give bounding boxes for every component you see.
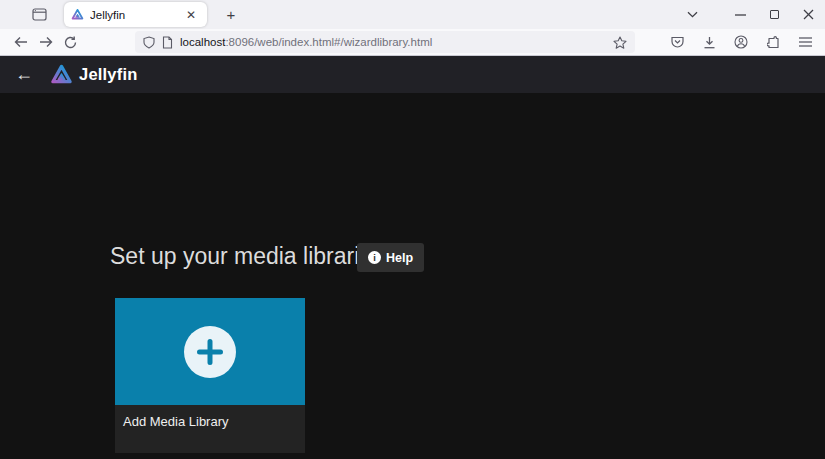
url-domain: localhost [180,36,225,48]
browser-tab[interactable]: Jellyfin ✕ [64,2,207,27]
navbar-right-icons [665,31,817,53]
tab-favicon-jellyfin-icon [71,8,84,21]
window-minimize-button[interactable] [723,0,757,29]
maximize-icon [770,10,779,19]
tab-list-chevron-down-icon[interactable] [679,4,705,26]
plus-icon [195,337,225,367]
url-path: :8096/web/index.html#/wizardlibrary.html [225,36,432,48]
window-close-button[interactable] [791,0,825,29]
url-bar[interactable]: localhost:8096/web/index.html#/wizardlib… [135,31,635,53]
page-title: Set up your media libraries [110,243,384,270]
extensions-icon[interactable] [761,31,785,53]
add-media-library-card[interactable]: Add Media Library [115,298,305,453]
tracking-shield-icon[interactable] [143,36,155,49]
app-back-arrow-icon[interactable]: ← [11,62,37,88]
app-title: Jellyfin [79,65,137,84]
browser-window: Jellyfin ✕ + [0,0,825,459]
browser-nav-bar: localhost:8096/web/index.html#/wizardlib… [0,29,825,56]
url-text[interactable]: localhost:8096/web/index.html#/wizardlib… [180,36,606,48]
account-icon[interactable] [729,31,753,53]
bookmark-star-icon[interactable] [613,36,627,49]
back-button[interactable] [8,31,33,53]
pocket-icon[interactable] [665,31,689,53]
info-icon: i [368,251,381,264]
window-maximize-button[interactable] [757,0,791,29]
card-image-area [115,298,305,405]
jellyfin-app-header: ← Jellyfin [0,56,825,93]
menu-icon[interactable] [793,31,817,53]
help-button[interactable]: i Help [357,243,424,272]
jellyfin-logo-icon [50,63,73,86]
new-tab-button[interactable]: + [219,3,243,27]
help-button-label: Help [386,251,413,265]
browser-tab-bar: Jellyfin ✕ + [0,0,825,29]
reload-button[interactable] [58,31,83,53]
card-label: Add Media Library [115,405,305,438]
wizard-content: Set up your media libraries i Help Add M… [0,93,825,459]
tab-title: Jellyfin [90,9,176,21]
forward-button[interactable] [33,31,58,53]
downloads-icon[interactable] [697,31,721,53]
plus-circle [184,326,236,378]
firefox-view-icon[interactable] [26,4,52,26]
page-info-icon[interactable] [162,36,173,49]
window-controls [723,0,825,29]
tab-close-icon[interactable]: ✕ [182,6,200,24]
